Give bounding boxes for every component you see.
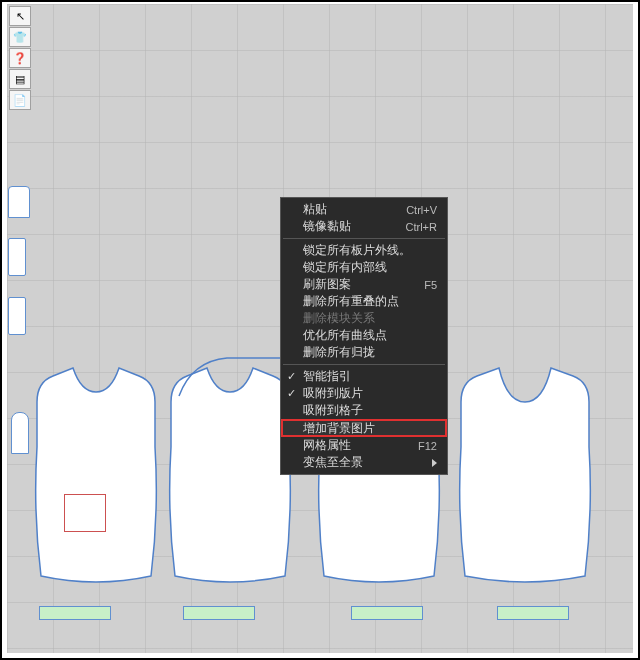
menu-item-label: 删除所有重叠的点 (303, 293, 399, 310)
tshirt-tool-icon: 👕 (10, 28, 30, 46)
menu-item-label: 锁定所有板片外线。 (303, 242, 411, 259)
pattern-piece-1[interactable] (31, 362, 161, 592)
menu-separator (283, 238, 445, 239)
menu-item-label: 删除所有归拢 (303, 344, 375, 361)
context-menu: 粘贴Ctrl+V镜像黏贴Ctrl+R锁定所有板片外线。锁定所有内部线刷新图案F5… (280, 197, 448, 475)
menu-shortcut: F12 (418, 440, 437, 452)
arrow-tool-icon: ↖ (10, 7, 30, 25)
pocket-outline (64, 494, 106, 532)
arrow-tool-icon[interactable]: ↖ (9, 6, 31, 26)
menu-item-label: 镜像黏贴 (303, 218, 351, 235)
app-frame: ↖👕❓▤📄 粘贴Ctrl+V镜像黏贴Ctrl+R锁定所有板片外线。锁定所有 (0, 0, 640, 660)
menu-item-label: 优化所有曲线点 (303, 327, 387, 344)
menu-item: 删除模块关系 (281, 310, 447, 327)
menu-item[interactable]: 刷新图案F5 (281, 276, 447, 293)
help-tool-icon: ❓ (10, 49, 30, 67)
menu-shortcut: Ctrl+R (406, 221, 437, 233)
pattern-thumb-3[interactable] (8, 297, 26, 335)
pattern-piece-4[interactable] (455, 362, 595, 592)
menu-item-label: 锁定所有内部线 (303, 259, 387, 276)
chevron-right-icon (432, 459, 437, 467)
menu-item[interactable]: 删除所有重叠的点 (281, 293, 447, 310)
menu-item[interactable]: 镜像黏贴Ctrl+R (281, 218, 447, 235)
pattern-thumb-2[interactable] (8, 238, 26, 276)
tshirt-tool-icon[interactable]: 👕 (9, 27, 31, 47)
menu-item[interactable]: 锁定所有板片外线。 (281, 242, 447, 259)
canvas-2d[interactable]: ↖👕❓▤📄 粘贴Ctrl+V镜像黏贴Ctrl+R锁定所有板片外线。锁定所有 (7, 4, 633, 653)
menu-item-label: 粘贴 (303, 201, 327, 218)
pattern-thumb-1[interactable] (8, 186, 30, 218)
menu-item[interactable]: 锁定所有内部线 (281, 259, 447, 276)
menu-shortcut: Ctrl+V (406, 204, 437, 216)
note-tool-icon: 📄 (10, 91, 30, 109)
menu-item-label: 网格属性 (303, 437, 351, 454)
piece-label-2[interactable] (183, 606, 255, 620)
piece-label-4[interactable] (497, 606, 569, 620)
help-tool-icon[interactable]: ❓ (9, 48, 31, 68)
menu-item[interactable]: 增加背景图片 (281, 419, 447, 437)
menu-item-label: 删除模块关系 (303, 310, 375, 327)
menu-item-label: 刷新图案 (303, 276, 351, 293)
menu-item[interactable]: 删除所有归拢 (281, 344, 447, 361)
menu-item-label: 变焦至全景 (303, 454, 363, 471)
pattern-extra-curve (177, 356, 297, 416)
menu-item-label: 增加背景图片 (303, 420, 375, 437)
piece-label-1[interactable] (39, 606, 111, 620)
menu-item[interactable]: 粘贴Ctrl+V (281, 201, 447, 218)
layers-tool-icon: ▤ (10, 70, 30, 88)
piece-label-3[interactable] (351, 606, 423, 620)
menu-separator (283, 364, 445, 365)
menu-item[interactable]: 吸附到版片 (281, 385, 447, 402)
menu-item[interactable]: 智能指引 (281, 368, 447, 385)
menu-item-label: 吸附到格子 (303, 402, 363, 419)
menu-shortcut: F5 (424, 279, 437, 291)
left-toolbar: ↖👕❓▤📄 (9, 6, 31, 110)
note-tool-icon[interactable]: 📄 (9, 90, 31, 110)
menu-item-label: 智能指引 (303, 368, 351, 385)
menu-item[interactable]: 吸附到格子 (281, 402, 447, 419)
menu-item[interactable]: 网格属性F12 (281, 437, 447, 454)
menu-item[interactable]: 变焦至全景 (281, 454, 447, 471)
menu-item-label: 吸附到版片 (303, 385, 363, 402)
menu-item[interactable]: 优化所有曲线点 (281, 327, 447, 344)
pattern-thumb-4[interactable] (11, 412, 29, 454)
layers-tool-icon[interactable]: ▤ (9, 69, 31, 89)
